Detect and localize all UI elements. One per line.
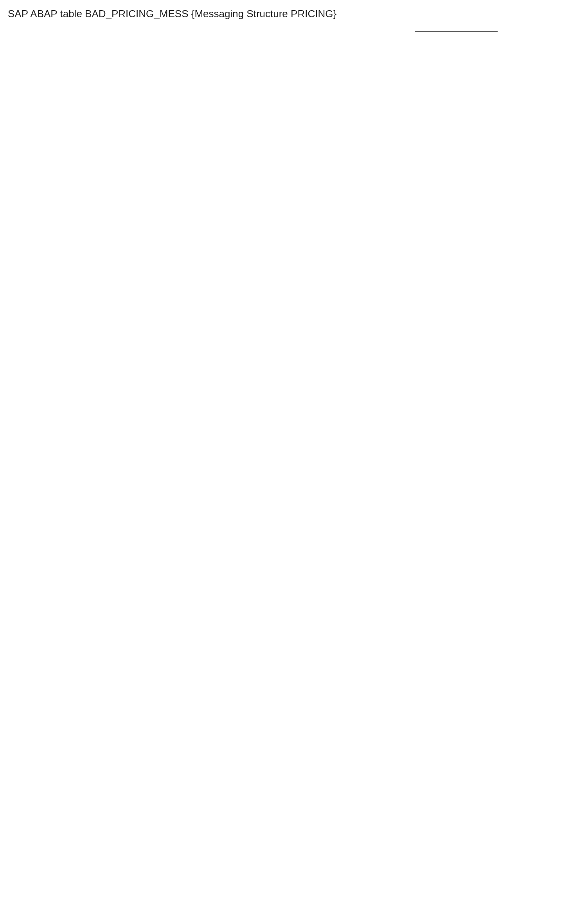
relation-label: BAD_PRICING_MESS-CFOP_CODE = COMC_CFOP_C…: [145, 31, 346, 32]
page-title: SAP ABAP table BAD_PRICING_MESS {Messagi…: [8, 8, 588, 20]
entity-comc_cfop_code: COMC_CFOP_CODECLIENT [CLNT (3)]VERSION […: [415, 31, 498, 32]
